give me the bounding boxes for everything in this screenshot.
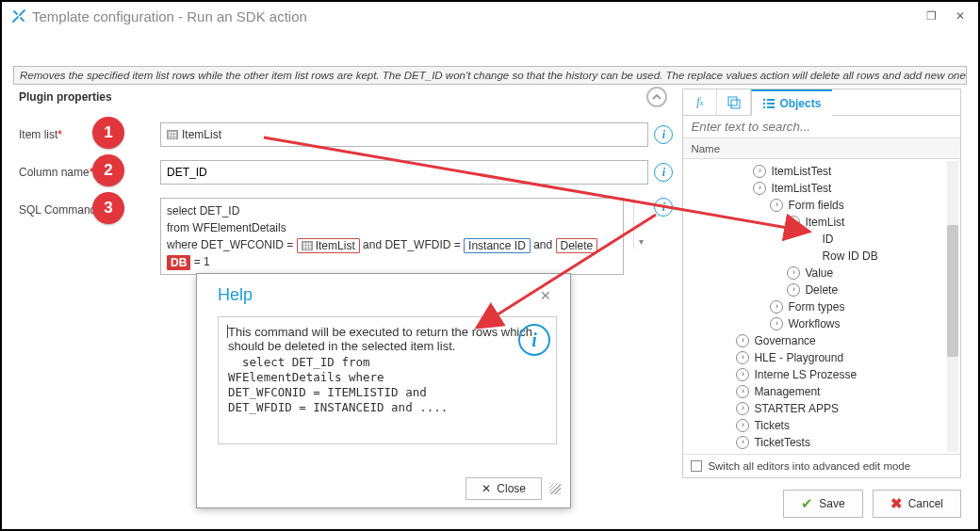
- tree-node-label: Tickets: [754, 419, 790, 432]
- expand-icon[interactable]: [787, 283, 800, 297]
- expand-icon[interactable]: [736, 351, 749, 364]
- svg-rect-5: [767, 103, 775, 105]
- badge-1: 1: [92, 117, 124, 149]
- info-icon-sql[interactable]: i: [654, 198, 673, 217]
- tree-node[interactable]: STARTER APPS: [683, 400, 960, 417]
- tree-node-label: ItemList: [805, 216, 844, 229]
- tree-node-label: Row ID DB: [822, 249, 877, 263]
- item-list-field[interactable]: ItemList: [160, 122, 648, 147]
- tree-node-label: STARTER APPS: [754, 402, 839, 415]
- expand-icon[interactable]: [736, 368, 749, 381]
- tree-node-label: ItemListTest: [771, 165, 831, 178]
- tree-node[interactable]: ID: [683, 231, 960, 248]
- tree-node[interactable]: Workflows: [683, 315, 960, 332]
- tree-node-label: Form types: [788, 300, 844, 314]
- tree-node-label: ID: [822, 233, 833, 246]
- expand-icon[interactable]: [787, 266, 800, 280]
- badge-3: 3: [92, 192, 124, 224]
- tree-node-label: Interne LS Prozesse: [754, 368, 857, 381]
- tree-node[interactable]: Form types: [683, 298, 960, 315]
- tree-node-label: Management: [754, 385, 820, 398]
- right-panel: fx Objects Name ItemListTestItemListTest…: [682, 88, 961, 478]
- tree-node-label: Value: [805, 266, 833, 280]
- label-item-list: Item list: [19, 128, 57, 141]
- info-icon-item-list[interactable]: i: [654, 125, 673, 144]
- svg-rect-3: [767, 99, 775, 101]
- sql-command-editor[interactable]: select DET_ID from WFElementDetails wher…: [160, 198, 624, 275]
- tab-objects[interactable]: Objects: [751, 89, 832, 116]
- expand-icon[interactable]: [736, 402, 749, 415]
- tree-node[interactable]: Tickets: [683, 417, 960, 434]
- help-close-x-icon[interactable]: ✕: [534, 286, 557, 305]
- svg-rect-7: [767, 106, 775, 108]
- tree-node[interactable]: ItemListTest: [683, 180, 960, 197]
- tree-node-label: Workflows: [788, 317, 840, 330]
- expand-icon[interactable]: [736, 436, 749, 449]
- svg-rect-4: [763, 103, 765, 105]
- description-strip: Removes the specified item list rows whi…: [13, 66, 967, 85]
- tree-node[interactable]: Interne LS Prozesse: [683, 366, 960, 383]
- save-button[interactable]: ✔ Save: [783, 490, 862, 518]
- tree-node-label: Delete: [805, 283, 838, 297]
- advanced-mode-label: Switch all editors into advanced edit mo…: [708, 460, 910, 472]
- grid-icon: [167, 130, 178, 139]
- plugin-properties-header: Plugin properties: [19, 88, 673, 109]
- maximize-icon[interactable]: ❐: [923, 8, 940, 24]
- badge-2: 2: [92, 154, 124, 186]
- label-column-name: Column name: [19, 166, 90, 179]
- cancel-button[interactable]: ✖ Cancel: [873, 490, 961, 518]
- svg-rect-2: [763, 99, 765, 101]
- help-close-button[interactable]: ✕ Close: [466, 477, 542, 500]
- list-icon: [763, 98, 775, 109]
- label-sql-command: SQL Command: [19, 203, 96, 217]
- tab-fx[interactable]: fx: [683, 89, 717, 115]
- tree-node[interactable]: ItemList: [683, 214, 960, 231]
- sql-expand-icon[interactable]: ▾: [637, 234, 645, 249]
- tree-node[interactable]: Form fields: [683, 197, 960, 214]
- expand-icon[interactable]: [770, 300, 783, 314]
- column-name-input[interactable]: [160, 160, 648, 185]
- tree-node[interactable]: TicketTests: [683, 434, 960, 451]
- expand-icon[interactable]: [770, 317, 783, 330]
- tree-header-name[interactable]: Name: [683, 138, 960, 159]
- svg-rect-0: [728, 97, 737, 105]
- search-input[interactable]: [683, 116, 960, 138]
- tab-layers[interactable]: [717, 89, 751, 115]
- close-icon[interactable]: ✕: [952, 8, 969, 24]
- left-panel: Plugin properties Item list* 1 ItemList …: [19, 88, 673, 478]
- scrollbar-thumb[interactable]: [947, 225, 958, 357]
- tree-node-label: TicketTests: [754, 436, 810, 449]
- help-body[interactable]: This command will be executed to return …: [218, 316, 557, 444]
- tree-node[interactable]: Delete: [683, 282, 960, 298]
- expand-icon[interactable]: [787, 216, 800, 229]
- tree-node[interactable]: Governance: [683, 332, 960, 349]
- expand-icon[interactable]: [753, 165, 766, 178]
- info-icon-column-name[interactable]: i: [654, 163, 673, 182]
- x-icon: ✕: [482, 482, 491, 495]
- svg-rect-6: [763, 106, 765, 108]
- tree-node[interactable]: ItemListTest: [683, 163, 960, 180]
- tree-node[interactable]: HLE - Playground: [683, 349, 960, 366]
- wrench-icon: [11, 8, 26, 24]
- tree-node-label: Form fields: [788, 199, 843, 212]
- tree-node-label: Governance: [754, 334, 815, 347]
- check-icon: ✔: [801, 495, 813, 512]
- expand-icon[interactable]: [753, 182, 766, 195]
- tree-node-label: HLE - Playground: [754, 351, 843, 364]
- tree-node[interactable]: Value: [683, 265, 960, 282]
- advanced-mode-checkbox[interactable]: [691, 460, 702, 472]
- window-title: Template configuration - Run an SDK acti…: [32, 8, 307, 24]
- tree-node[interactable]: Management: [683, 383, 960, 400]
- tree-node-label: ItemListTest: [771, 182, 831, 195]
- expand-icon[interactable]: [736, 385, 749, 398]
- expand-icon[interactable]: [736, 334, 749, 347]
- expand-icon[interactable]: [736, 419, 749, 432]
- object-tree[interactable]: ItemListTestItemListTestForm fieldsItemL…: [683, 159, 960, 454]
- resize-grip-icon[interactable]: [549, 483, 561, 494]
- right-tabs: fx Objects: [683, 89, 960, 116]
- tree-node[interactable]: Row ID DB: [683, 248, 960, 265]
- title-bar: Template configuration - Run an SDK acti…: [2, 2, 978, 30]
- collapse-icon[interactable]: [646, 87, 667, 107]
- expand-icon[interactable]: [770, 199, 783, 212]
- help-popup: Help ✕ This command will be executed to …: [196, 273, 571, 508]
